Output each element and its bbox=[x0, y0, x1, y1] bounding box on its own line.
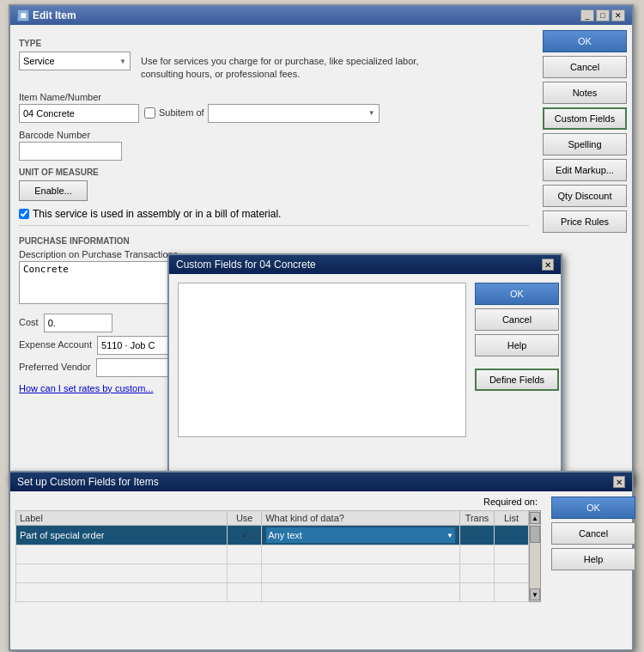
main-title-bar: ■ Edit Item _ □ ✕ bbox=[10, 6, 632, 25]
cf-left-area bbox=[178, 283, 466, 437]
unit-measure-section: UNIT OF MEASURE Enable... bbox=[19, 168, 529, 201]
barcode-input[interactable] bbox=[19, 142, 122, 161]
row4-use-cell bbox=[228, 583, 262, 602]
setup-left-panel: Required on: Label Use What kind of data… bbox=[10, 491, 546, 649]
scrollbar-thumb[interactable] bbox=[530, 526, 540, 543]
custom-fields-button[interactable]: Custom Fields bbox=[543, 107, 627, 130]
row3-use-cell bbox=[228, 564, 262, 583]
title-controls: _ □ ✕ bbox=[580, 9, 625, 21]
cf-dialog-title: Custom Fields for 04 Concrete bbox=[176, 259, 316, 271]
cf-define-fields-button[interactable]: Define Fields bbox=[475, 369, 559, 391]
setup-close-button[interactable]: ✕ bbox=[613, 476, 625, 488]
edit-markup-button[interactable]: Edit Markup... bbox=[543, 159, 627, 181]
row3-trans-cell bbox=[460, 564, 495, 583]
col-label-header: Label bbox=[16, 511, 228, 526]
scrollbar-up-icon[interactable]: ▲ bbox=[530, 512, 540, 524]
row1-trans-cell bbox=[460, 526, 495, 545]
row1-dropdown-arrow-icon: ▼ bbox=[447, 532, 453, 539]
purchase-label: PURCHASE INFORMATION bbox=[19, 236, 529, 246]
item-name-label: Item Name/Number bbox=[19, 92, 139, 102]
setup-title-bar: Set up Custom Fields for Items ✕ bbox=[10, 472, 632, 491]
type-dropdown[interactable]: Service ▼ bbox=[19, 52, 131, 70]
cancel-button[interactable]: Cancel bbox=[543, 56, 627, 78]
setup-window-title: Set up Custom Fields for Items bbox=[17, 476, 159, 488]
col-trans-header: Trans bbox=[460, 511, 495, 526]
type-info: Use for services you charge for or purch… bbox=[137, 52, 455, 85]
subitem-dropdown[interactable]: ▼ bbox=[208, 104, 380, 123]
setup-table-container: Label Use What kind of data? Trans List … bbox=[15, 510, 541, 602]
rates-link[interactable]: How can I set rates by custom... bbox=[19, 383, 154, 393]
scrollbar-down-icon[interactable]: ▼ bbox=[530, 588, 540, 600]
row2-label-cell bbox=[16, 545, 228, 564]
cf-help-button[interactable]: Help bbox=[475, 334, 559, 356]
subitem-checkbox[interactable] bbox=[144, 107, 155, 119]
close-button[interactable]: ✕ bbox=[611, 9, 625, 21]
row1-data-value: Any text bbox=[268, 530, 302, 540]
col-list-header: List bbox=[495, 511, 529, 526]
setup-right-buttons: OK Cancel Help bbox=[546, 491, 632, 649]
row4-label-cell bbox=[16, 583, 228, 602]
cf-ok-button[interactable]: OK bbox=[475, 283, 559, 305]
row3-label-cell bbox=[16, 564, 228, 583]
row4-list-cell bbox=[495, 583, 529, 602]
col-data-header: What kind of data? bbox=[262, 511, 460, 526]
minimize-button[interactable]: _ bbox=[580, 9, 594, 21]
barcode-section: Barcode Number bbox=[19, 130, 529, 161]
setup-content-area: Required on: Label Use What kind of data… bbox=[10, 491, 632, 649]
table-row[interactable]: Part of special order ✓ Any text ▼ bbox=[16, 526, 529, 545]
cf-close-button[interactable]: ✕ bbox=[542, 259, 554, 271]
row2-data-cell bbox=[262, 545, 460, 564]
setup-cancel-button[interactable]: Cancel bbox=[551, 522, 635, 545]
subitem-arrow-icon: ▼ bbox=[368, 109, 375, 117]
type-section: TYPE Service ▼ Use for services you char… bbox=[19, 39, 529, 85]
maximize-button[interactable]: □ bbox=[596, 9, 610, 21]
cf-cancel-button[interactable]: Cancel bbox=[475, 308, 559, 331]
table-row-3 bbox=[16, 564, 529, 583]
cf-right-buttons: OK Cancel Help Define Fields bbox=[475, 283, 552, 437]
row1-list-cell bbox=[495, 526, 529, 545]
row3-data-cell bbox=[262, 564, 460, 583]
scrollbar-track[interactable]: ▲ ▼ bbox=[529, 510, 541, 602]
row1-label-cell: Part of special order bbox=[16, 526, 228, 545]
table-row-2 bbox=[16, 545, 529, 564]
assembly-row: This service is used in assembly or in a… bbox=[19, 208, 529, 220]
row2-list-cell bbox=[495, 545, 529, 564]
row2-use-cell bbox=[228, 545, 262, 564]
type-arrow-icon: ▼ bbox=[119, 58, 126, 65]
row4-trans-cell bbox=[460, 583, 495, 602]
required-label: Required on: bbox=[483, 497, 541, 507]
row2-trans-cell bbox=[460, 545, 495, 564]
main-window-title: Edit Item bbox=[33, 9, 76, 21]
notes-button[interactable]: Notes bbox=[543, 82, 627, 104]
setup-help-button[interactable]: Help bbox=[551, 548, 635, 570]
row1-data-dropdown[interactable]: Any text ▼ bbox=[265, 527, 456, 544]
spelling-button[interactable]: Spelling bbox=[543, 133, 627, 155]
type-label: TYPE bbox=[19, 39, 529, 48]
cf-table-area bbox=[178, 283, 466, 437]
item-name-group: Item Name/Number bbox=[19, 92, 139, 123]
type-value: Service bbox=[23, 56, 55, 66]
unit-measure-label: UNIT OF MEASURE bbox=[19, 168, 529, 177]
row1-label: Part of special order bbox=[20, 530, 104, 540]
purchase-desc-input[interactable]: Concrete bbox=[19, 261, 191, 304]
barcode-label: Barcode Number bbox=[19, 130, 529, 140]
enable-button[interactable]: Enable... bbox=[19, 180, 88, 201]
assembly-label: This service is used in assembly or in a… bbox=[33, 208, 281, 220]
table-header-row: Label Use What kind of data? Trans List bbox=[16, 511, 529, 526]
vendor-label: Preferred Vendor bbox=[19, 362, 91, 372]
custom-fields-dialog: Custom Fields for 04 Concrete ✕ OK Cance… bbox=[167, 253, 562, 472]
row1-data-cell: Any text ▼ bbox=[262, 526, 460, 545]
table-row-4 bbox=[16, 583, 529, 602]
row1-use-cell: ✓ bbox=[228, 526, 262, 545]
qty-discount-button[interactable]: Qty Discount bbox=[543, 185, 627, 207]
cf-title-bar: Custom Fields for 04 Concrete ✕ bbox=[169, 255, 561, 274]
ok-button[interactable]: OK bbox=[543, 30, 627, 52]
item-name-input[interactable] bbox=[19, 104, 139, 123]
col-use-header: Use bbox=[228, 511, 262, 526]
cost-label: Cost bbox=[19, 317, 39, 327]
cost-input[interactable] bbox=[44, 314, 112, 332]
assembly-checkbox[interactable] bbox=[19, 209, 29, 219]
setup-custom-fields-window: Set up Custom Fields for Items ✕ Require… bbox=[9, 471, 634, 651]
price-rules-button[interactable]: Price Rules bbox=[543, 210, 627, 233]
setup-ok-button[interactable]: OK bbox=[551, 497, 635, 519]
